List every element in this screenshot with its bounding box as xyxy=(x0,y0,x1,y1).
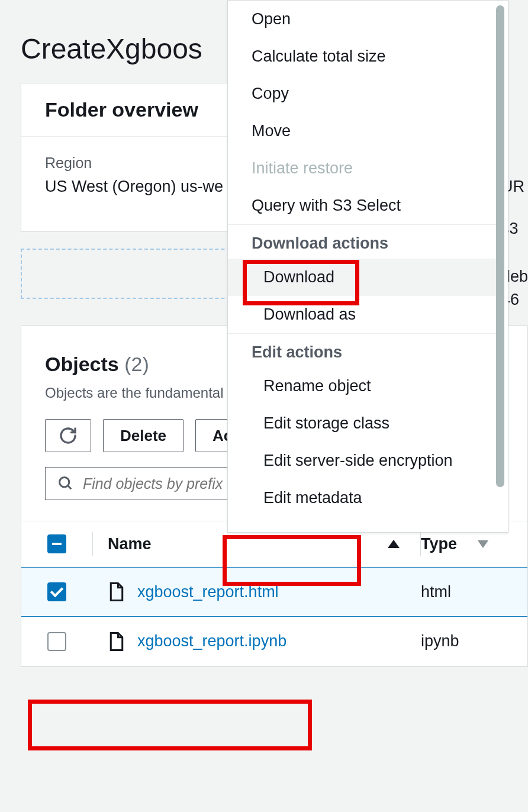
row-checkbox[interactable] xyxy=(47,632,66,651)
menu-download-heading: Download actions xyxy=(228,224,503,259)
file-type: ipynb xyxy=(421,632,527,650)
search-icon xyxy=(57,475,74,492)
table-row[interactable]: xgboost_report.ipynb ipynb xyxy=(21,617,527,666)
row-checkbox[interactable] xyxy=(47,582,66,601)
menu-encryption[interactable]: Edit server-side encryption xyxy=(228,442,503,479)
delete-button[interactable]: Delete xyxy=(103,419,183,452)
menu-metadata[interactable]: Edit metadata xyxy=(228,479,503,517)
menu-open[interactable]: Open xyxy=(228,1,503,38)
menu-calculate-size[interactable]: Calculate total size xyxy=(228,38,503,75)
menu-download[interactable]: Download xyxy=(228,259,503,296)
refresh-icon xyxy=(59,426,78,445)
column-name-label: Name xyxy=(108,535,152,553)
file-type: html xyxy=(421,583,527,601)
menu-copy[interactable]: Copy xyxy=(228,75,503,112)
menu-move[interactable]: Move xyxy=(228,112,503,150)
highlight-row xyxy=(28,700,312,750)
file-link[interactable]: xgboost_report.html xyxy=(137,583,279,601)
menu-edit-heading: Edit actions xyxy=(228,333,503,368)
svg-point-0 xyxy=(60,478,69,487)
sort-asc-icon xyxy=(388,540,400,548)
menu-query-s3-select[interactable]: Query with S3 Select xyxy=(228,187,503,224)
svg-line-1 xyxy=(68,486,72,489)
menu-download-as[interactable]: Download as xyxy=(228,296,503,333)
file-icon xyxy=(108,631,125,652)
table-row[interactable]: xgboost_report.html html xyxy=(21,567,527,617)
file-icon xyxy=(108,582,125,602)
objects-count: (2) xyxy=(124,353,149,375)
column-name-header[interactable]: Name xyxy=(93,535,420,553)
refresh-button[interactable] xyxy=(45,419,91,452)
select-all-checkbox[interactable] xyxy=(47,534,66,553)
menu-initiate-restore: Initiate restore xyxy=(228,150,503,187)
menu-storage-class[interactable]: Edit storage class xyxy=(228,405,503,442)
column-type-header[interactable]: Type xyxy=(421,535,527,553)
menu-rename[interactable]: Rename object xyxy=(228,368,503,405)
actions-menu: Open Calculate total size Copy Move Init… xyxy=(227,0,508,533)
menu-scrollbar[interactable] xyxy=(496,5,504,487)
file-link[interactable]: xgboost_report.ipynb xyxy=(137,632,286,650)
objects-title-text: Objects xyxy=(45,353,119,375)
objects-desc: Objects are the fundamental xyxy=(45,385,224,401)
column-type-label: Type xyxy=(421,535,457,553)
sort-icon xyxy=(478,540,488,548)
